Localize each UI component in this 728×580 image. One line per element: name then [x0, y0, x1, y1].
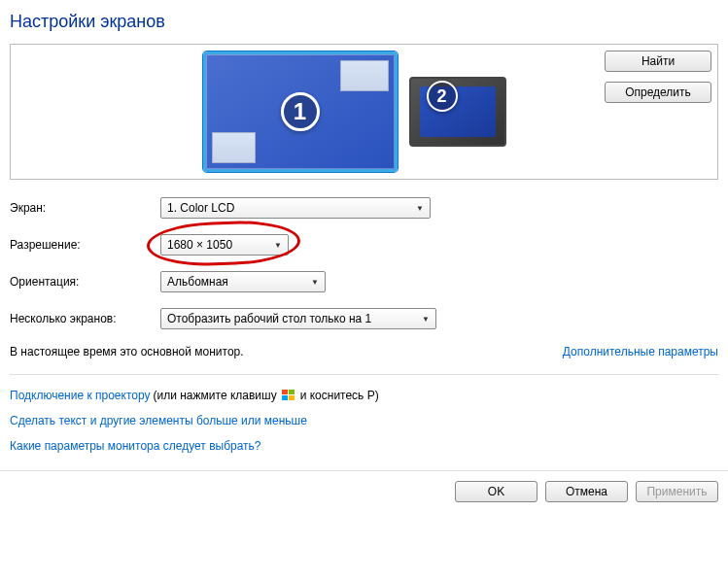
- display-arrangement-box: 1 2 Найти Определить: [10, 44, 718, 180]
- apply-button[interactable]: Применить: [636, 481, 718, 502]
- screen-label: Экран:: [10, 201, 160, 215]
- cancel-button[interactable]: Отмена: [545, 481, 628, 502]
- windows-key-icon: [282, 390, 295, 401]
- text-size-link[interactable]: Сделать текст и другие элементы больше и…: [10, 414, 307, 427]
- primary-monitor-status: В настоящее время это основной монитор.: [10, 345, 244, 358]
- projector-link[interactable]: Подключение к проектору: [10, 389, 151, 402]
- find-button[interactable]: Найти: [605, 51, 711, 72]
- identify-button[interactable]: Определить: [605, 82, 711, 103]
- dialog-button-bar: OK Отмена Применить: [0, 470, 728, 512]
- advanced-settings-link[interactable]: Дополнительные параметры: [563, 345, 718, 358]
- divider: [10, 374, 718, 375]
- multi-screen-label: Несколько экранов:: [10, 312, 160, 325]
- monitor-number-badge: 2: [427, 81, 458, 112]
- ok-button[interactable]: OK: [455, 481, 537, 502]
- resolution-label: Разрешение:: [10, 238, 160, 252]
- monitor-2[interactable]: 2: [409, 77, 506, 147]
- orientation-select[interactable]: Альбомная: [160, 271, 326, 292]
- monitor-params-link[interactable]: Какие параметры монитора следует выбрать…: [10, 439, 261, 453]
- projector-hint-text: (или нажмите клавишу: [154, 389, 277, 402]
- window-thumbnail-icon: [212, 132, 256, 163]
- screen-select[interactable]: 1. Color LCD: [160, 197, 431, 219]
- window-thumbnail-icon: [340, 60, 389, 91]
- multi-screen-select[interactable]: Отобразить рабочий стол только на 1: [160, 308, 436, 329]
- orientation-label: Ориентация:: [10, 275, 160, 289]
- resolution-select[interactable]: 1680 × 1050: [160, 234, 289, 256]
- monitor-1[interactable]: 1: [203, 51, 398, 172]
- page-title: Настройки экранов: [10, 12, 718, 32]
- monitor-number-badge: 1: [281, 92, 320, 131]
- projector-hint-text: и коснитесь P): [300, 389, 379, 402]
